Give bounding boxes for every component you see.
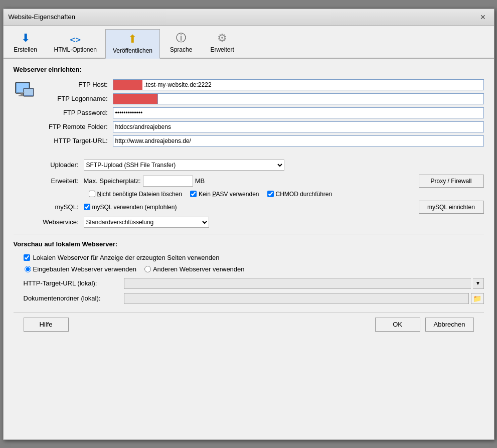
webserver-form: FTP Host: FTP Logonname: FTP P xyxy=(14,79,484,150)
tab-erweitert-label: Erweitert xyxy=(210,46,234,53)
not-needed-files-checkbox[interactable] xyxy=(89,191,95,197)
radio-builtin[interactable] xyxy=(25,266,31,272)
radio-builtin-label: Eingebauten Webserver verwenden xyxy=(33,265,136,273)
http-target-local-dropdown[interactable]: ▼ xyxy=(473,278,484,289)
local-server-rows: Lokalen Webserver für Anzeige der erzeug… xyxy=(24,254,484,304)
mysql-check-group: mySQL verwenden (empfohlen) xyxy=(84,204,177,211)
mysql-label: mySQL: xyxy=(14,203,84,211)
ok-button[interactable]: OK xyxy=(375,318,420,332)
ftp-password-row: FTP Password: xyxy=(43,107,484,118)
max-storage-input[interactable] xyxy=(143,176,193,187)
advanced-content: Max. Speicherplatz: MB Proxy / Firewall xyxy=(84,175,484,188)
tab-sprache[interactable]: ⓘ Sprache xyxy=(161,28,201,58)
svg-rect-5 xyxy=(24,89,33,95)
section1-title: Webserver einrichten: xyxy=(14,66,484,73)
local-server-check-label: Lokalen Webserver für Anzeige der erzeug… xyxy=(33,254,220,261)
mb-label: MB xyxy=(195,177,205,185)
chmod-checkbox[interactable] xyxy=(267,191,274,197)
section2: Vorschau auf lokalem Webserver: Lokalen … xyxy=(14,234,484,304)
tab-html-label: HTML-Optionen xyxy=(54,46,97,53)
hilfe-button[interactable]: Hilfe xyxy=(24,318,69,332)
ftp-logonname-input[interactable] xyxy=(158,93,484,104)
http-target-local-wrapper: ▼ xyxy=(124,278,484,289)
tab-erstellen-label: Erstellen xyxy=(14,46,37,53)
mysql-einrichten-button[interactable]: mySQL einrichten xyxy=(419,201,484,214)
doc-folder-local-wrapper: 📁 xyxy=(124,293,484,304)
sprache-icon: ⓘ xyxy=(176,31,186,45)
bottom-left: Hilfe xyxy=(24,318,69,332)
title-bar: Website-Eigenschaften ✕ xyxy=(4,9,494,26)
mysql-content: mySQL verwenden (empfohlen) mySQL einric… xyxy=(84,201,484,214)
doc-folder-local-input[interactable] xyxy=(124,293,469,304)
main-window: Website-Eigenschaften ✕ ⬇ Erstellen <> H… xyxy=(3,9,494,440)
ftp-logonname-row: FTP Logonname: xyxy=(43,93,484,104)
ftp-password-label: FTP Password: xyxy=(43,109,113,116)
uploader-select[interactable]: SFTP-Upload (SSH File Transfer) FTP-Uplo… xyxy=(84,160,284,171)
tab-sprache-label: Sprache xyxy=(170,46,193,53)
http-target-url-input[interactable] xyxy=(113,135,484,146)
tab-publish[interactable]: ⬆ Veröffentlichen xyxy=(105,29,160,59)
ftp-host-row: FTP Host: xyxy=(43,79,484,90)
http-target-url-label: HTTP Target-URL: xyxy=(43,137,113,144)
bottom-right: OK Abbrechen xyxy=(375,318,474,332)
checkbox-row: Nicht benötigte Dateien löschen Kein PAS… xyxy=(89,191,484,198)
tab-bar: ⬇ Erstellen <> HTML-Optionen ⬆ Veröffent… xyxy=(4,26,494,59)
main-content: Webserver einrichten: xyxy=(4,59,494,344)
kein-pasv-label: Kein PASV verwenden xyxy=(199,191,259,198)
tab-erstellen[interactable]: ⬇ Erstellen xyxy=(6,28,46,58)
max-storage-group: Max. Speicherplatz: MB xyxy=(84,176,205,187)
local-server-check-row: Lokalen Webserver für Anzeige der erzeug… xyxy=(24,254,484,261)
doc-folder-local-row: Dokumentenordner (lokal): 📁 xyxy=(24,293,484,304)
window-title: Website-Eigenschaften xyxy=(9,13,75,21)
not-needed-files-label: Nicht benötigte Dateien löschen xyxy=(97,191,182,198)
server-icon xyxy=(14,81,36,104)
folder-browse-button[interactable]: 📁 xyxy=(471,293,484,304)
erweitert-row: Erweitert: Max. Speicherplatz: MB Proxy … xyxy=(14,175,484,188)
form-grid: FTP Host: FTP Logonname: FTP P xyxy=(43,79,484,150)
bottom-bar: Hilfe OK Abbrechen xyxy=(14,312,484,337)
mysql-check-label: mySQL verwenden (empfohlen) xyxy=(92,204,177,211)
radio-other[interactable] xyxy=(144,266,151,272)
kein-pasv-checkbox[interactable] xyxy=(190,191,197,197)
radio-other-label: Anderen Webserver verwenden xyxy=(153,265,245,273)
computer-icon xyxy=(14,81,36,102)
erstellen-icon: ⬇ xyxy=(21,32,30,45)
proxy-firewall-button[interactable]: Proxy / Firewall xyxy=(419,175,484,188)
kein-pasv-group: Kein PASV verwenden xyxy=(190,191,259,198)
local-server-checkbox[interactable] xyxy=(24,254,30,261)
tab-erweitert[interactable]: ⚙ Erweitert xyxy=(202,28,242,58)
abbrechen-button[interactable]: Abbrechen xyxy=(425,318,474,332)
not-needed-files-label-text: N xyxy=(97,191,102,198)
tab-publish-label: Veröffentlichen xyxy=(113,47,152,54)
radio-row: Eingebauten Webserver verwenden Anderen … xyxy=(25,265,484,273)
ftp-host-input[interactable] xyxy=(142,79,484,90)
ftp-remote-folder-input[interactable] xyxy=(113,121,484,132)
publish-icon: ⬆ xyxy=(128,33,137,46)
radio-builtin-group: Eingebauten Webserver verwenden xyxy=(25,265,136,273)
mysql-row: mySQL: mySQL verwenden (empfohlen) mySQL… xyxy=(14,201,484,214)
http-target-url-row: HTTP Target-URL: xyxy=(43,135,484,146)
max-storage-label: Max. Speicherplatz: xyxy=(84,177,141,185)
ftp-logonname-label: FTP Logonname: xyxy=(43,95,113,102)
http-target-local-input[interactable] xyxy=(124,278,471,289)
radio-other-group: Anderen Webserver verwenden xyxy=(144,265,245,273)
tab-html[interactable]: <> HTML-Optionen xyxy=(47,31,104,58)
ftp-remote-folder-label: FTP Remote Folder: xyxy=(43,123,113,130)
uploader-row: Uploader: SFTP-Upload (SSH File Transfer… xyxy=(14,160,484,171)
ftp-host-label: FTP Host: xyxy=(43,81,113,88)
section2-title: Vorschau auf lokalem Webserver: xyxy=(14,240,484,248)
chmod-group: CHMOD durchführen xyxy=(267,191,333,198)
chmod-label: CHMOD durchführen xyxy=(276,191,333,198)
webservice-select[interactable]: Standardverschlüsselung SSL Keine Versch… xyxy=(84,217,209,228)
webservice-row: Webservice: Standardverschlüsselung SSL … xyxy=(14,217,484,228)
uploader-label: Uploader: xyxy=(14,161,84,169)
http-target-local-label: HTTP-Target-URL (lokal): xyxy=(24,279,124,287)
not-needed-files-group: Nicht benötigte Dateien löschen xyxy=(89,191,182,198)
html-icon: <> xyxy=(70,34,81,45)
doc-folder-local-label: Dokumentenordner (lokal): xyxy=(24,294,124,302)
mysql-checkbox[interactable] xyxy=(84,204,90,210)
close-button[interactable]: ✕ xyxy=(477,12,489,22)
erweitert-icon: ⚙ xyxy=(217,32,227,45)
ftp-password-input[interactable] xyxy=(113,107,484,118)
http-target-local-row: HTTP-Target-URL (lokal): ▼ xyxy=(24,278,484,289)
